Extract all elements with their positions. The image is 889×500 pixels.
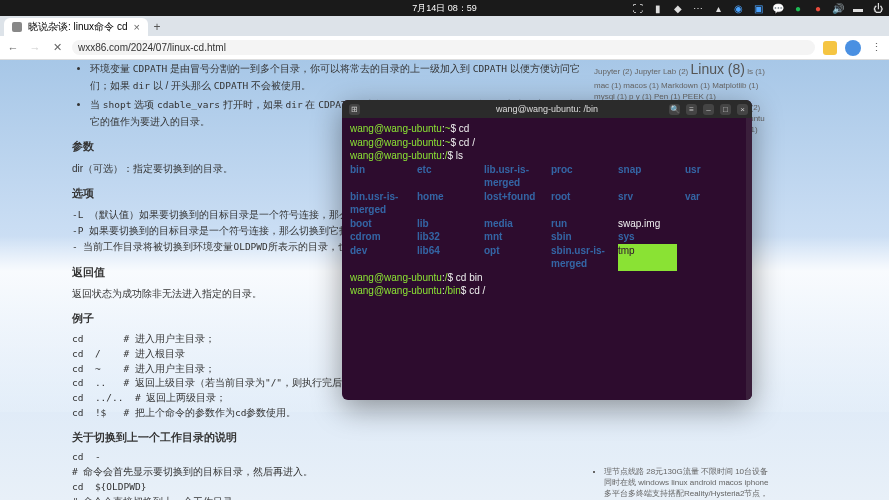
ls-entry: usr (685, 163, 744, 190)
tray-icon-spotify[interactable]: ● (793, 3, 803, 13)
sidebar-post-1[interactable]: 理节点线路 28元130G流量 不限时间 10台设备同时在线 windows l… (604, 466, 774, 500)
ls-entry: swap.img (618, 217, 677, 231)
browser-tab-strip: 晓说杂谈: linux命令 cd × + (0, 16, 889, 36)
terminal-close-icon[interactable]: × (737, 104, 748, 115)
ls-entry: etc (417, 163, 476, 190)
tray-icon-chat[interactable]: 💬 (773, 3, 783, 13)
profile-avatar[interactable] (845, 40, 861, 56)
tab-title: 晓说杂谈: linux命令 cd (28, 20, 127, 34)
nav-forward-button[interactable]: → (28, 41, 42, 55)
ls-entry: opt (484, 244, 543, 271)
ls-entry: bin (350, 163, 409, 190)
nav-back-button[interactable]: ← (6, 41, 20, 55)
tray-icon-wifi[interactable]: ▴ (713, 3, 723, 13)
tray-icon-network[interactable]: ⋯ (693, 3, 703, 13)
system-clock: 7月14日 08：59 (412, 2, 477, 15)
tray-icon-generic[interactable]: ⛶ (633, 3, 643, 13)
terminal-scrollbar[interactable] (746, 118, 752, 400)
favicon-icon (12, 22, 22, 32)
new-tab-button[interactable]: + (148, 18, 166, 36)
terminal-minimize-icon[interactable]: – (703, 104, 714, 115)
tray-icon-mic[interactable]: ● (813, 3, 823, 13)
tray-icon-power[interactable]: ⏻ (873, 3, 883, 13)
tray-icon-generic[interactable]: ▮ (653, 3, 663, 13)
ls-entry: lost+found (484, 190, 543, 217)
system-top-bar: 7月14日 08：59 ⛶ ▮ ◆ ⋯ ▴ ◉ ▣ 💬 ● ● 🔊 ▬ ⏻ (0, 0, 889, 16)
ls-entry: tmp (618, 244, 677, 271)
ls-entry: boot (350, 217, 409, 231)
ls-entry: cdrom (350, 230, 409, 244)
terminal-window[interactable]: ⊞ wang@wang-ubuntu: /bin 🔍 ≡ – □ × wang@… (342, 100, 752, 400)
prevdir-block: cd - # 命令会首先显示要切换到的目标目录，然后再进入。 cd ${OLDP… (72, 450, 592, 500)
terminal-title: wang@wang-ubuntu: /bin (496, 104, 598, 114)
ls-entry: proc (551, 163, 610, 190)
ls-entry: snap (618, 163, 677, 190)
ls-entry: root (551, 190, 610, 217)
tray-icon-app[interactable]: ▣ (753, 3, 763, 13)
tray-icon-volume[interactable]: 🔊 (833, 3, 843, 13)
extension-icon[interactable] (823, 41, 837, 55)
tray-icon-battery[interactable]: ▬ (853, 3, 863, 13)
nav-stop-button[interactable]: ✕ (50, 41, 64, 55)
address-bar[interactable]: wxx86.com/2024/07/linux-cd.html (72, 40, 815, 55)
ls-entry: bin.usr-is-merged (350, 190, 409, 217)
ls-entry: sbin.usr-is-merged (551, 244, 610, 271)
env-note-1: 环境变量 CDPATH 是由冒号分割的一到多个目录，你可以将常去的目录的上一级加… (90, 60, 592, 94)
tab-close-icon[interactable]: × (133, 21, 139, 33)
ls-entry: lib64 (417, 244, 476, 271)
tray-icon-generic[interactable]: ◆ (673, 3, 683, 13)
ls-entry: lib32 (417, 230, 476, 244)
ls-entry: dev (350, 244, 409, 271)
heading-prevdir: 关于切换到上一个工作目录的说明 (72, 429, 592, 447)
ls-entry: var (685, 190, 744, 217)
tray-icon-browser[interactable]: ◉ (733, 3, 743, 13)
system-tray: ⛶ ▮ ◆ ⋯ ▴ ◉ ▣ 💬 ● ● 🔊 ▬ ⏻ (633, 3, 883, 13)
ls-entry: sbin (551, 230, 610, 244)
browser-toolbar: ← → ✕ wxx86.com/2024/07/linux-cd.html ⋮ (0, 36, 889, 60)
browser-menu-icon[interactable]: ⋮ (869, 41, 883, 55)
terminal-search-icon[interactable]: 🔍 (669, 104, 680, 115)
ls-entry: home (417, 190, 476, 217)
terminal-new-tab-icon[interactable]: ⊞ (349, 104, 360, 115)
ls-entry: mnt (484, 230, 543, 244)
ls-entry: lib (417, 217, 476, 231)
ls-entry: lib.usr-is-merged (484, 163, 543, 190)
ls-entry: media (484, 217, 543, 231)
ls-entry: run (551, 217, 610, 231)
terminal-maximize-icon[interactable]: □ (720, 104, 731, 115)
ls-entry: srv (618, 190, 677, 217)
ls-entry: sys (618, 230, 677, 244)
browser-tab-active[interactable]: 晓说杂谈: linux命令 cd × (4, 18, 148, 36)
terminal-menu-icon[interactable]: ≡ (686, 104, 697, 115)
terminal-body[interactable]: wang@wang-ubuntu:~$ cdwang@wang-ubuntu:~… (342, 118, 752, 400)
terminal-titlebar[interactable]: ⊞ wang@wang-ubuntu: /bin 🔍 ≡ – □ × (342, 100, 752, 118)
